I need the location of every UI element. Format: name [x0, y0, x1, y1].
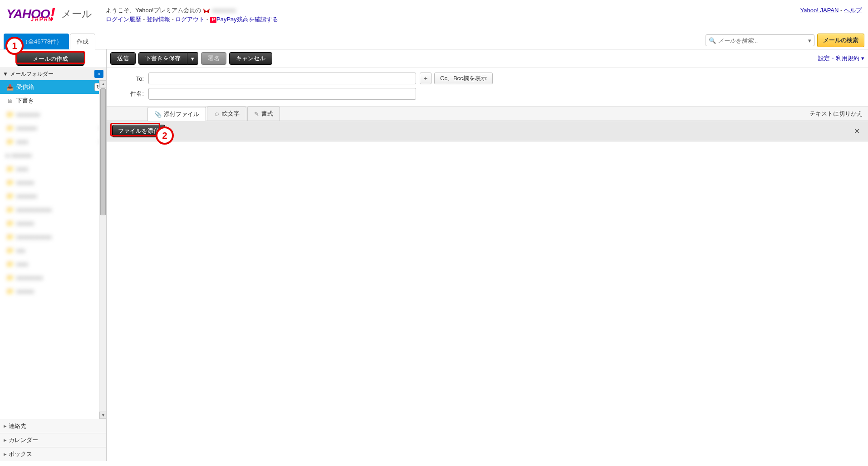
attachment-bar: ファイルを添付 2 ✕ — [107, 121, 868, 141]
mail-label: メール — [61, 7, 92, 21]
tab-format[interactable]: ✎ 書式 — [247, 107, 280, 121]
login-history-link[interactable]: ログイン履歴 — [106, 16, 141, 23]
registration-info-link[interactable]: 登録情報 — [147, 16, 170, 23]
folder-blurred[interactable]: 📁xxxxxxxxxxxx — [0, 203, 106, 216]
tab-compose[interactable]: 作成 — [70, 34, 95, 49]
signature-button[interactable]: 署名 — [201, 52, 226, 65]
show-ccbcc-button[interactable]: Cc、Bcc欄を表示 — [434, 73, 493, 84]
folder-blurred[interactable]: 📁xxxxxx — [0, 175, 106, 189]
close-attachment-bar[interactable]: ✕ — [851, 127, 863, 136]
yahoo-logo: YAHOO! JAPAN — [6, 7, 55, 21]
cancel-button[interactable]: キャンセル — [229, 52, 272, 65]
help-link[interactable]: ヘルプ — [844, 7, 862, 14]
header-right: Yahoo! JAPAN - ヘルプ — [800, 6, 862, 15]
folders-header-label: メールフォルダー — [10, 70, 54, 78]
paypay-balance-link[interactable]: PayPay残高を確認する — [216, 16, 278, 23]
sidebar-scrollbar[interactable]: ▴ ▾ — [99, 80, 106, 419]
folder-blurred[interactable]: 📁xxxx — [0, 162, 106, 175]
inbox-icon: 📥 — [6, 84, 14, 91]
save-draft-dropdown[interactable]: ▾ — [187, 52, 198, 65]
folder-blurred[interactable]: 📁xxxxxxxxx — [0, 271, 106, 284]
section-box[interactable]: ボックス — [0, 447, 106, 461]
drafts-label: 下書き — [16, 97, 34, 105]
scroll-thumb[interactable] — [100, 88, 106, 215]
username-blurred: xxxxxxxx — [212, 7, 236, 14]
annotation-circle-2: 2 — [156, 126, 174, 145]
section-calendar[interactable]: カレンダー — [0, 433, 106, 447]
folder-inbox[interactable]: 📥 受信箱 ↻ — [0, 80, 106, 94]
subject-input[interactable] — [148, 88, 416, 100]
save-draft-button[interactable]: 下書きを保存 — [138, 52, 187, 65]
welcome-greeting: ようこそ、Yahoo!プレミアム会員の — [106, 7, 201, 14]
add-recipient-button[interactable]: + — [420, 73, 432, 84]
folder-drafts[interactable]: 🗎 下書き 2 — [0, 94, 106, 107]
folder-list: 📥 受信箱 ↻ 🗎 下書き 2 📁xxxxxxxx 📁xxxxxxxx 📁xxx… — [0, 80, 106, 419]
compose-toolbar: 送信 下書きを保存 ▾ 署名 キャンセル 設定・利用規約 ▾ — [107, 49, 868, 68]
yahoo-japan-link[interactable]: Yahoo! JAPAN — [800, 7, 839, 14]
format-icon: ✎ — [254, 111, 259, 117]
sidebar-bottom-sections: 連絡先 カレンダー ボックス — [0, 419, 106, 461]
sidebar: メールの作成 1 ▼ メールフォルダー « 📥 受信箱 ↻ 🗎 下書き 2 📁x… — [0, 49, 107, 461]
logout-link[interactable]: ログアウト — [175, 16, 205, 23]
inbox-label: 受信箱 — [16, 83, 34, 91]
folder-blurred[interactable]: 📁xxxxxx — [0, 284, 106, 298]
compose-form: To: + Cc、Bcc欄を表示 件名: — [107, 68, 868, 107]
drafts-icon: 🗎 — [6, 97, 14, 104]
main-tabbar: 信箱（全46778件） 作成 🔍 ▾ メールの検索 — [0, 31, 868, 49]
folder-blurred[interactable]: ▸ xxxxxxx — [0, 148, 106, 162]
folders-expand-icon[interactable]: ▼ — [3, 71, 8, 77]
settings-link[interactable]: 設定・利用規約 ▾ — [818, 55, 864, 62]
to-input[interactable] — [148, 73, 416, 84]
folder-blurred[interactable]: 📁xxxxxxxxxxxx — [0, 230, 106, 243]
search-input[interactable] — [718, 37, 806, 44]
scroll-down-button[interactable]: ▾ — [99, 412, 106, 419]
folder-blurred[interactable]: 📁xxx — [0, 243, 106, 257]
send-button[interactable]: 送信 — [110, 52, 136, 65]
content: メールの作成 1 ▼ メールフォルダー « 📥 受信箱 ↻ 🗎 下書き 2 📁x… — [0, 49, 868, 461]
subject-label: 件名: — [112, 90, 148, 98]
to-label: To: — [112, 75, 148, 82]
folder-blurred[interactable]: 📁xxxxxxxx — [0, 121, 106, 135]
folder-blurred[interactable]: 📁xxxxxxx — [0, 189, 106, 203]
folder-blurred[interactable]: 📁xxxxxxxx — [0, 107, 106, 121]
sidebar-collapse-button[interactable]: « — [94, 70, 103, 78]
folder-blurred[interactable]: 📁xxxxxx — [0, 216, 106, 230]
search-icon: 🔍 — [709, 37, 716, 44]
main-compose-pane: 送信 下書きを保存 ▾ 署名 キャンセル 設定・利用規約 ▾ To: + Cc、… — [107, 49, 868, 461]
section-contacts[interactable]: 連絡先 — [0, 419, 106, 433]
tab-emoji[interactable]: ☺ 絵文字 — [207, 107, 246, 121]
paypay-icon: P — [210, 17, 216, 23]
logo-sub: JAPAN — [30, 16, 53, 23]
search-dropdown-arrow[interactable]: ▾ — [806, 37, 811, 44]
compose-subtabs: 📎 添付ファイル ☺ 絵文字 ✎ 書式 テキストに切りかえ — [107, 107, 868, 121]
search-box[interactable]: 🔍 ▾ — [706, 34, 814, 46]
editor-area[interactable] — [107, 141, 868, 461]
compose-mail-button[interactable]: メールの作成 — [16, 52, 84, 66]
tab-attachments[interactable]: 📎 添付ファイル — [147, 107, 206, 121]
folder-blurred[interactable]: 📁xxxxx — [0, 135, 106, 148]
search-button[interactable]: メールの検索 — [817, 34, 864, 47]
folders-header[interactable]: ▼ メールフォルダー « — [0, 68, 106, 80]
paperclip-icon: 📎 — [154, 111, 162, 118]
header: YAHOO! JAPAN メール ようこそ、Yahoo!プレミアム会員の xxx… — [0, 0, 868, 26]
annotation-circle-1: 1 — [5, 37, 24, 55]
welcome-block: ようこそ、Yahoo!プレミアム会員の xxxxxxxx ログイン履歴 - 登録… — [106, 6, 278, 24]
folder-blurred[interactable]: 📁xxxx — [0, 257, 106, 271]
scroll-up-button[interactable]: ▴ — [99, 80, 106, 87]
save-draft-split: 下書きを保存 ▾ — [138, 52, 198, 65]
emoji-icon: ☺ — [214, 111, 220, 117]
ribbon-icon — [202, 8, 211, 14]
switch-to-text-link[interactable]: テキストに切りかえ — [804, 107, 868, 121]
